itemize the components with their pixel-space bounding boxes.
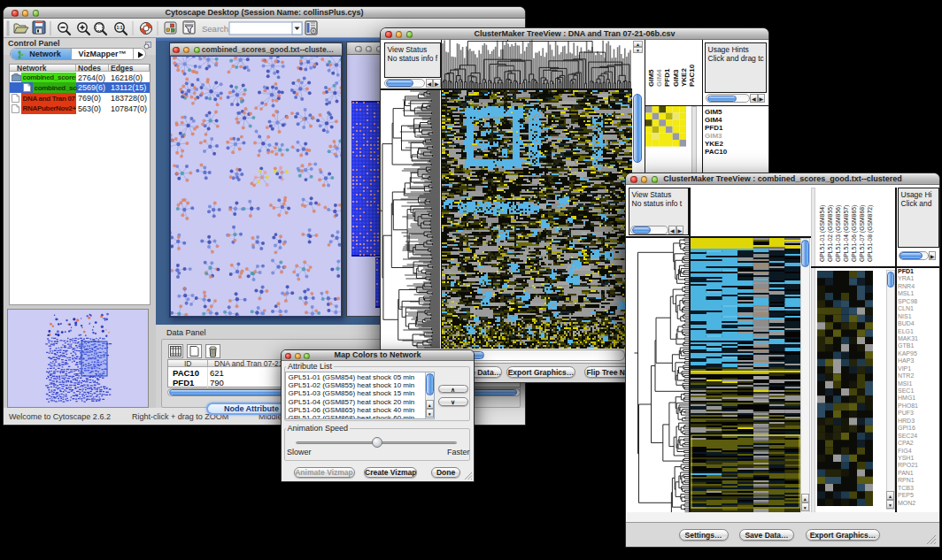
- svg-text:Search:: Search:: [202, 24, 231, 34]
- svg-text:1:1: 1:1: [116, 25, 122, 30]
